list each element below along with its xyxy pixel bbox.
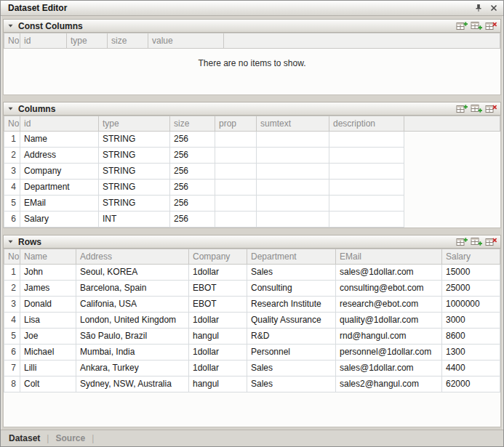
cell-no[interactable]: 1 [4,265,20,281]
cell-address[interactable]: Seoul, KOREA [76,265,189,281]
cell-email[interactable]: sales2@hangul.com [336,376,442,392]
cell-department[interactable]: R&D [247,329,336,345]
cell-prop[interactable] [215,212,257,227]
table-row[interactable]: 1 John Seoul, KOREA 1dollar Sales sales@… [4,265,500,281]
cell-prop[interactable] [215,148,257,164]
cell-no[interactable]: 6 [4,212,20,227]
cell-sumtext[interactable] [257,148,329,164]
cell-address[interactable]: Ankara, Turkey [76,361,189,376]
cell-address[interactable]: Mumbai, India [76,345,189,361]
cell-prop[interactable] [215,180,257,196]
pin-button[interactable] [473,3,484,13]
collapse-button[interactable] [6,104,15,113]
cell-id[interactable]: EMail [20,196,99,212]
cell-sumtext[interactable] [257,164,329,180]
cell-company[interactable]: 1dollar [189,265,247,281]
table-row[interactable]: 4 Lisa London, United Kingdom 1dollar Qu… [4,313,500,329]
cell-no[interactable]: 1 [4,132,20,148]
cell-email[interactable]: rnd@hangul.com [336,329,442,345]
cell-department[interactable]: Sales [247,376,336,392]
table-row[interactable]: 2 Address STRING 256 [4,148,500,164]
collapse-button[interactable] [6,237,15,246]
cell-company[interactable]: EBOT [189,297,247,313]
cell-size[interactable]: 256 [170,180,215,196]
insert-item-button[interactable] [470,236,483,248]
table-row[interactable]: 8 Colt Sydney, NSW, Australia hangul Sal… [4,376,500,392]
cell-department[interactable]: Quality Assurance [247,313,336,329]
cell-company[interactable]: 1dollar [189,345,247,361]
cell-id[interactable]: Address [20,148,99,164]
cell-name[interactable]: Lisa [20,313,76,329]
cell-type[interactable]: STRING [99,132,170,148]
collapse-button[interactable] [6,21,15,31]
cell-id[interactable]: Salary [20,212,99,227]
cell-type[interactable]: STRING [99,164,170,180]
cell-salary[interactable]: 8600 [442,329,500,345]
cell-department[interactable]: Research Institute [247,297,336,313]
cell-email[interactable]: consulting@ebot.com [336,281,442,297]
cell-address[interactable]: São Paulo, Brazil [76,329,189,345]
cell-company[interactable]: hangul [189,329,247,345]
cell-salary[interactable]: 3000 [442,313,500,329]
close-button[interactable] [489,3,499,13]
cell-type[interactable]: INT [99,212,170,227]
cell-description[interactable] [329,148,404,164]
cell-description[interactable] [329,196,404,212]
cell-size[interactable]: 256 [170,212,215,227]
cell-address[interactable]: London, United Kingdom [76,313,189,329]
cell-salary[interactable]: 4400 [442,361,500,376]
cell-company[interactable]: 1dollar [189,361,247,376]
cell-size[interactable]: 256 [170,164,215,180]
table-row[interactable]: 2 James Barcelona, Spain EBOT Consulting… [4,281,500,297]
cell-salary[interactable]: 1300 [442,345,500,361]
cell-salary[interactable]: 62000 [442,376,500,392]
table-row[interactable]: 1 Name STRING 256 [4,132,500,148]
cell-email[interactable]: personnel@1dollar.com [336,345,442,361]
cell-no[interactable]: 2 [4,281,20,297]
cell-department[interactable]: Sales [247,361,336,376]
table-row[interactable]: 5 EMail STRING 256 [4,196,500,212]
cell-address[interactable]: Barcelona, Spain [76,281,189,297]
cell-email[interactable]: sales@1dollar.com [336,361,442,376]
cell-name[interactable]: James [20,281,76,297]
cell-no[interactable]: 4 [4,313,20,329]
cell-description[interactable] [329,180,404,196]
cell-salary[interactable]: 15000 [442,265,500,281]
table-row[interactable]: 6 Salary INT 256 [4,212,500,227]
cell-no[interactable]: 5 [4,329,20,345]
tab-source[interactable]: Source [55,433,85,443]
delete-item-button[interactable] [484,20,497,32]
table-row[interactable]: 6 Michael Mumbai, India 1dollar Personne… [4,345,500,361]
cell-no[interactable]: 4 [4,180,20,196]
delete-item-button[interactable] [484,236,497,248]
cell-no[interactable]: 8 [4,376,20,392]
cell-prop[interactable] [215,132,257,148]
cell-email[interactable]: quality@1dollar.com [336,313,442,329]
cell-name[interactable]: Michael [20,345,76,361]
cell-name[interactable]: Donald [20,297,76,313]
cell-id[interactable]: Name [20,132,99,148]
cell-company[interactable]: EBOT [189,281,247,297]
delete-item-button[interactable] [484,103,497,115]
cell-salary[interactable]: 25000 [442,281,500,297]
cell-department[interactable]: Sales [247,265,336,281]
table-row[interactable]: 5 Joe São Paulo, Brazil hangul R&D rnd@h… [4,329,500,345]
cell-no[interactable]: 7 [4,361,20,376]
cell-company[interactable]: hangul [189,376,247,392]
cell-no[interactable]: 2 [4,148,20,164]
cell-name[interactable]: Joe [20,329,76,345]
cell-description[interactable] [329,164,404,180]
table-row[interactable]: 7 Lilli Ankara, Turkey 1dollar Sales sal… [4,361,500,376]
rows-header[interactable]: Rows [3,235,501,249]
cell-department[interactable]: Consulting [247,281,336,297]
cell-email[interactable]: research@ebot.com [336,297,442,313]
tab-dataset[interactable]: Dataset [9,433,40,443]
cell-size[interactable]: 256 [170,148,215,164]
table-row[interactable]: 3 Company STRING 256 [4,164,500,180]
cell-size[interactable]: 256 [170,132,215,148]
cell-description[interactable] [329,212,404,227]
cell-type[interactable]: STRING [99,148,170,164]
add-item-button[interactable] [455,236,468,248]
cell-address[interactable]: Califonia, USA [76,297,189,313]
const-columns-header[interactable]: Const Columns [3,19,501,33]
